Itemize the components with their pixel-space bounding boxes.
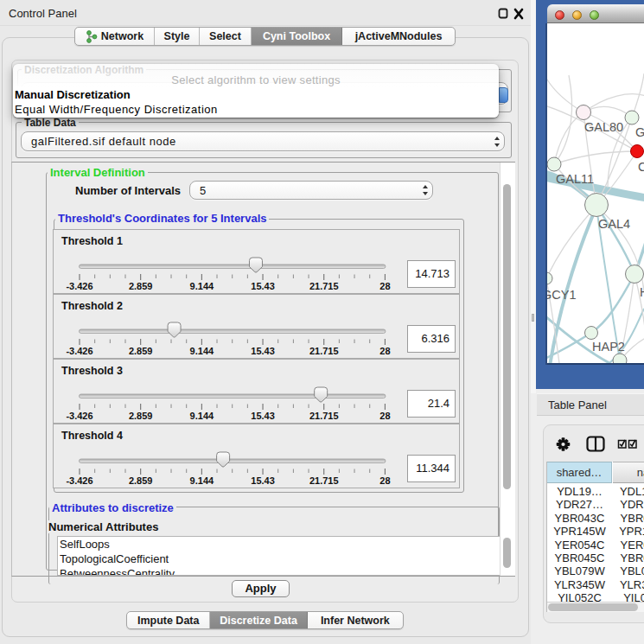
svg-text:HAP2: HAP2 bbox=[592, 340, 625, 354]
svg-text:GAL4: GAL4 bbox=[598, 217, 630, 231]
svg-text:21.715: 21.715 bbox=[309, 346, 339, 356]
svg-text:2.859: 2.859 bbox=[129, 346, 153, 356]
svg-text:15.43: 15.43 bbox=[251, 346, 275, 356]
svg-text:15.43: 15.43 bbox=[251, 475, 275, 486]
svg-text:2.859: 2.859 bbox=[129, 475, 153, 486]
svg-text:GCY1: GCY1 bbox=[547, 288, 577, 302]
svg-text:28: 28 bbox=[379, 281, 390, 291]
svg-text:9.144: 9.144 bbox=[190, 346, 214, 356]
svg-text:9.144: 9.144 bbox=[190, 475, 214, 486]
svg-text:-3.426: -3.426 bbox=[66, 475, 92, 486]
svg-text:2.859: 2.859 bbox=[129, 411, 153, 421]
svg-text:CDC: CDC bbox=[638, 160, 644, 174]
svg-text:28: 28 bbox=[379, 475, 390, 486]
svg-text:GAL80: GAL80 bbox=[584, 120, 623, 134]
svg-text:-3.426: -3.426 bbox=[66, 411, 92, 421]
svg-text:15.43: 15.43 bbox=[251, 281, 275, 291]
svg-text:21.715: 21.715 bbox=[309, 281, 339, 291]
svg-text:2.859: 2.859 bbox=[129, 281, 153, 291]
svg-text:9.144: 9.144 bbox=[190, 281, 214, 291]
svg-text:21.715: 21.715 bbox=[309, 475, 339, 486]
svg-text:28: 28 bbox=[379, 411, 390, 421]
svg-text:15.43: 15.43 bbox=[251, 411, 275, 421]
svg-text:-3.426: -3.426 bbox=[66, 281, 92, 291]
svg-text:28: 28 bbox=[379, 346, 390, 356]
svg-text:GAL7: GAL7 bbox=[635, 125, 644, 139]
svg-text:9.144: 9.144 bbox=[190, 411, 214, 421]
svg-text:HIS: HIS bbox=[640, 285, 644, 299]
svg-text:GAL11: GAL11 bbox=[556, 172, 594, 186]
svg-text:21.715: 21.715 bbox=[309, 411, 339, 421]
svg-text:-3.426: -3.426 bbox=[66, 346, 92, 356]
